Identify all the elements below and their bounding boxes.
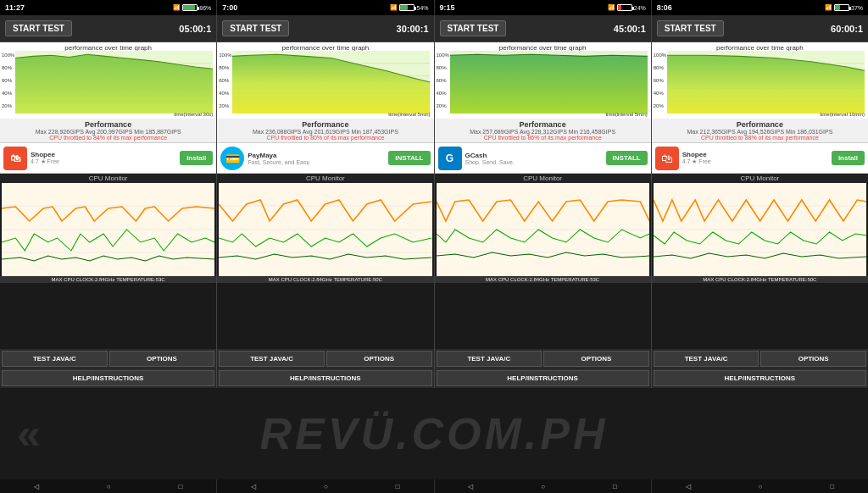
perf-title-1: Performance [3, 120, 213, 129]
ad-install-btn-4[interactable]: Install [832, 151, 865, 165]
battery-label-4: 37% [851, 5, 863, 11]
nav-panel-4: ◁ ○ □ [652, 479, 868, 493]
status-panel-2: 7:00 📶 54% [217, 0, 434, 15]
ad-text-1: Shopee 4.7 ★ Free [31, 151, 176, 165]
cpu-svg-2 [219, 183, 431, 276]
perf-svg-3 [450, 51, 648, 114]
home-icon-3[interactable]: ○ [541, 483, 545, 490]
bottom-buttons-4: TEST JAVA/C OPTIONS [652, 349, 868, 368]
back-icon-4[interactable]: ◁ [686, 483, 691, 490]
cpu-graph-2 [219, 183, 431, 276]
panel-1: START TEST 05:00:1 performance over time… [0, 15, 217, 388]
ad-install-btn-2[interactable]: INSTALL [388, 151, 430, 165]
cpu-monitor-4: MAX CPU CLOCK:2.84GHz TEMPERATURE:50C [652, 183, 868, 349]
y-labels-2: 100% 80% 60% 40% 20% [219, 53, 231, 108]
start-test-btn-4[interactable]: START TEST [657, 20, 724, 36]
timer-4: 60:00:1 [831, 24, 863, 34]
test-java-btn-3[interactable]: TEST JAVA/C [437, 351, 542, 367]
x-label-2: time(interval 5min) [217, 112, 433, 117]
bottom-buttons-2: TEST JAVA/C OPTIONS [217, 349, 433, 368]
start-test-btn-3[interactable]: START TEST [440, 20, 507, 36]
perf-title-4: Performance [655, 120, 865, 129]
time-1: 11:27 [5, 3, 25, 12]
perf-graph-1: performance over time graph 100% 80% 60%… [0, 42, 216, 119]
nav-panel-1: ◁ ○ □ [0, 479, 217, 493]
perf-svg-1 [15, 51, 213, 114]
ad-text-2: PayMaya Fast, Secure, and Easy [248, 152, 385, 165]
battery-3 [617, 4, 632, 11]
cpu-graph-1 [2, 183, 214, 276]
wifi-icon-4: 📶 [825, 4, 832, 11]
help-bar-2: HELP/INSTRUCTIONS [217, 368, 433, 388]
help-btn-1[interactable]: HELP/INSTRUCTIONS [2, 370, 214, 386]
test-java-btn-1[interactable]: TEST JAVA/C [2, 351, 108, 367]
perf-text-4: Performance Max 212,365GIPS Avg 194,526G… [652, 119, 868, 143]
battery-1 [182, 4, 198, 11]
home-icon-4[interactable]: ○ [759, 483, 763, 490]
panel-2: START TEST 30:00:1 performance over time… [217, 15, 434, 388]
perf-throttle-2: CPU throttled to 80% of its max performa… [220, 135, 430, 141]
back-icon-2[interactable]: ◁ [251, 483, 256, 490]
home-icon-1[interactable]: ○ [107, 483, 111, 490]
cpu-max-label-4: MAX CPU CLOCK:2.84GHz TEMPERATURE:50C [652, 276, 868, 283]
perf-text-2: Performance Max 236,088GIPS Avg 201,619G… [217, 119, 433, 143]
ad-icon-3: G [438, 147, 462, 170]
recent-icon-1[interactable]: □ [178, 483, 182, 490]
timer-3: 45:00:1 [614, 24, 646, 34]
recent-icon-2[interactable]: □ [396, 483, 400, 490]
cpu-max-label-2: MAX CPU CLOCK:2.84GHz TEMPERATURE:50C [217, 276, 433, 283]
status-icons-2: 📶 54% [390, 4, 428, 11]
help-bar-1: HELP/INSTRUCTIONS [0, 368, 216, 388]
x-label-1: time(interval 30s) [0, 112, 216, 117]
back-icon-3[interactable]: ◁ [468, 483, 473, 490]
home-icon-2[interactable]: ○ [324, 483, 328, 490]
options-btn-1[interactable]: OPTIONS [109, 351, 215, 367]
help-bar-4: HELP/INSTRUCTIONS [652, 368, 868, 388]
help-btn-4[interactable]: HELP/INSTRUCTIONS [654, 370, 866, 386]
battery-label-3: 24% [634, 5, 646, 11]
start-test-btn-1[interactable]: START TEST [5, 20, 72, 36]
ad-banner-4: 🛍 Shopee 4.7 ★ Free Install [652, 143, 868, 174]
cpu-monitor-3: MAX CPU CLOCK:2.84GHz TEMPERATURE:53C [435, 183, 651, 349]
recent-icon-4[interactable]: □ [830, 483, 834, 490]
ad-subtitle-4: 4.7 ★ Free [682, 158, 828, 165]
cpu-svg-4 [654, 183, 866, 276]
ad-subtitle-2: Fast, Secure, and Easy [248, 159, 385, 165]
wifi-icon-3: 📶 [608, 4, 615, 11]
test-java-btn-4[interactable]: TEST JAVA/C [654, 351, 760, 367]
ad-title-4: Shopee [682, 151, 828, 158]
wifi-icon-2: 📶 [390, 4, 398, 11]
perf-stats-2: Max 236,088GIPS Avg 201,619GIPS Min 187,… [220, 129, 430, 135]
ad-text-4: Shopee 4.7 ★ Free [682, 151, 828, 165]
panels-container: START TEST 05:00:1 performance over time… [0, 15, 868, 388]
watermark-text: REVÜ.COM.PH [260, 408, 609, 459]
cpu-graph-4 [654, 183, 866, 276]
status-icons-4: 📶 37% [825, 4, 863, 11]
back-icon-1[interactable]: ◁ [34, 483, 39, 490]
ad-subtitle-1: 4.7 ★ Free [31, 158, 176, 165]
help-btn-2[interactable]: HELP/INSTRUCTIONS [219, 370, 431, 386]
ad-install-btn-1[interactable]: Install [180, 151, 213, 165]
ad-banner-2: 💳 PayMaya Fast, Secure, and Easy INSTALL [217, 143, 433, 174]
perf-graph-3: performance over time graph 100% 80% 60%… [435, 42, 651, 119]
ad-install-btn-3[interactable]: INSTALL [606, 151, 648, 165]
cpu-monitor-label-2: CPU Monitor [217, 174, 433, 183]
status-panel-1: 11:27 📶 86% [0, 0, 217, 15]
cpu-monitor-label-1: CPU Monitor [0, 174, 216, 183]
status-icons-3: 📶 24% [608, 4, 646, 11]
recent-icon-3[interactable]: □ [613, 483, 617, 490]
help-btn-3[interactable]: HELP/INSTRUCTIONS [437, 370, 649, 386]
options-btn-4[interactable]: OPTIONS [760, 351, 866, 367]
cpu-max-label-1: MAX CPU CLOCK:2.84GHz TEMPERATURE:53C [0, 276, 216, 283]
perf-svg-2 [232, 51, 430, 114]
ad-banner-1: 🛍 Shopee 4.7 ★ Free Install [0, 143, 216, 174]
ad-icon-4: 🛍 [655, 147, 679, 170]
x-label-3: time(interval 5min) [435, 112, 651, 117]
timer-2: 30:00:1 [397, 24, 429, 34]
ad-subtitle-3: Shop. Send. Save. [465, 159, 603, 165]
options-btn-3[interactable]: OPTIONS [543, 351, 649, 367]
perf-graph-2: performance over time graph 100% 80% 60%… [217, 42, 433, 119]
start-test-btn-2[interactable]: START TEST [222, 20, 289, 36]
options-btn-2[interactable]: OPTIONS [326, 351, 432, 367]
test-java-btn-2[interactable]: TEST JAVA/C [219, 351, 325, 367]
